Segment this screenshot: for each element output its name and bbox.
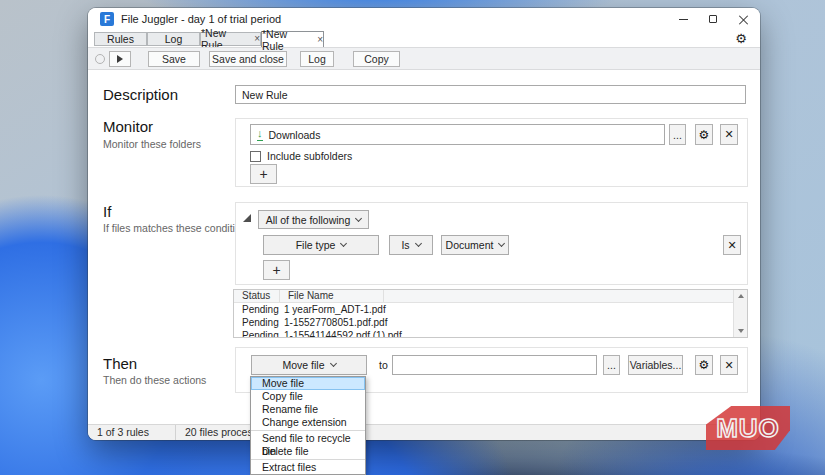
menu-item-delete-file[interactable]: Delete file	[251, 445, 365, 458]
tab-log[interactable]: Log	[147, 32, 200, 46]
monitor-settings-button[interactable]: ⚙	[695, 124, 713, 145]
tab-label: Log	[165, 33, 183, 45]
then-subtitle: Then do these actions	[103, 374, 206, 386]
file-name: 1-15541144592.pdf (1).pdf	[280, 329, 402, 338]
then-title: Then	[103, 355, 137, 372]
match-mode-value: All of the following	[266, 214, 351, 226]
file-row[interactable]: Pending 1 yearForm_ADT-1.pdf	[234, 303, 735, 316]
rule-status-indicator-icon	[95, 54, 105, 64]
tab-new-rule-1[interactable]: *New Rule ×	[200, 32, 261, 46]
menu-item-send-to-recycle-bin[interactable]: Send file to recycle bin	[251, 432, 365, 445]
add-condition-button[interactable]: +	[263, 260, 290, 280]
file-status: Pending	[234, 329, 280, 338]
column-header-status[interactable]: Status	[234, 290, 280, 302]
destination-browse-button[interactable]: ...	[603, 355, 620, 375]
menu-item-change-extension[interactable]: Change extension	[251, 416, 365, 429]
destination-input[interactable]	[392, 355, 597, 375]
action-select[interactable]: Move file	[251, 355, 367, 375]
action-dropdown-menu: Move file Copy file Rename file Change e…	[250, 376, 366, 475]
condition-field-select[interactable]: File type	[263, 235, 379, 255]
condition-value: Document	[446, 239, 494, 251]
screen: F File Juggler - day 1 of trial period R…	[0, 0, 825, 475]
chevron-down-icon	[355, 214, 362, 221]
minimize-button[interactable]	[670, 8, 696, 30]
rule-editor: Description Monitor Monitor these folder…	[88, 70, 760, 424]
remove-icon: ✕	[724, 128, 733, 141]
maximize-icon	[709, 15, 717, 23]
gear-icon: ⚙	[699, 359, 710, 371]
description-input[interactable]	[235, 85, 746, 104]
monitor-browse-button[interactable]: ...	[669, 124, 686, 145]
action-remove-button[interactable]: ✕	[720, 355, 738, 375]
status-rules-enabled: 1 of 3 rules enabled	[88, 425, 176, 440]
status-bar: 1 of 3 rules enabled 20 files processed	[88, 424, 760, 440]
condition-operator-select[interactable]: Is	[389, 235, 433, 255]
scroll-down-icon[interactable]	[738, 329, 744, 333]
chevron-down-icon	[415, 240, 422, 247]
menu-item-copy-file[interactable]: Copy file	[251, 390, 365, 403]
menu-item-rename-file[interactable]: Rename file	[251, 403, 365, 416]
file-list-scrollbar[interactable]	[733, 290, 747, 337]
tab-bar: Rules Log *New Rule × *New Rule × ⚙	[88, 30, 760, 47]
tab-close-icon[interactable]: ×	[254, 34, 260, 44]
if-subtitle: If files matches these conditions	[103, 222, 252, 234]
scroll-up-icon[interactable]	[738, 294, 744, 298]
action-value: Move file	[282, 359, 324, 371]
condition-remove-button[interactable]: ✕	[723, 235, 741, 255]
file-row[interactable]: Pending 1-15541144592.pdf (1).pdf	[234, 329, 735, 338]
file-juggler-window: F File Juggler - day 1 of trial period R…	[88, 8, 760, 440]
save-button[interactable]: Save	[148, 51, 200, 67]
file-name: 1 yearForm_ADT-1.pdf	[280, 303, 386, 316]
column-header-file-name[interactable]: File Name	[280, 290, 384, 302]
action-settings-button[interactable]: ⚙	[695, 355, 713, 375]
monitor-group: ↓ Downloads ... ⚙ ✕ Include subfolders +	[235, 118, 748, 187]
settings-gear-icon[interactable]: ⚙	[732, 31, 750, 46]
app-icon: F	[100, 12, 114, 26]
monitor-folder-input[interactable]: ↓ Downloads	[250, 124, 665, 145]
minimize-icon	[679, 19, 688, 20]
menu-item-move-file[interactable]: Move file	[251, 377, 365, 390]
matched-files-list: Status File Name Pending 1 yearForm_ADT-…	[233, 289, 748, 338]
monitor-subtitle: Monitor these folders	[103, 138, 201, 150]
tab-close-icon[interactable]: ×	[317, 35, 323, 45]
menu-separator	[251, 430, 365, 431]
log-button[interactable]: Log	[300, 51, 334, 67]
tab-label: *New Rule	[262, 28, 310, 52]
remove-icon: ✕	[724, 359, 733, 372]
monitor-remove-button[interactable]: ✕	[720, 124, 738, 145]
condition-field-value: File type	[296, 239, 336, 251]
run-button[interactable]	[109, 51, 131, 67]
condition-value-select[interactable]: Document	[441, 235, 509, 255]
file-name: 1-15527708051.pdf.pdf	[280, 316, 387, 329]
remove-icon: ✕	[727, 239, 736, 252]
play-icon	[117, 55, 123, 63]
if-title: If	[103, 203, 111, 220]
condition-operator-value: Is	[401, 239, 409, 251]
tab-rules[interactable]: Rules	[94, 32, 147, 46]
description-title: Description	[103, 86, 178, 103]
title-bar: F File Juggler - day 1 of trial period	[88, 8, 760, 30]
muo-watermark-text: MUO	[716, 413, 780, 444]
chevron-down-icon	[498, 240, 505, 247]
chevron-down-icon	[329, 360, 336, 367]
add-folder-button[interactable]: +	[250, 164, 277, 184]
include-subfolders-row[interactable]: Include subfolders	[250, 150, 352, 162]
maximize-button[interactable]	[700, 8, 726, 30]
tab-label: Rules	[107, 33, 134, 45]
save-and-close-button[interactable]: Save and close	[209, 51, 287, 67]
menu-item-extract-files[interactable]: Extract files	[251, 461, 365, 474]
close-button[interactable]	[730, 8, 756, 30]
file-row[interactable]: Pending 1-15527708051.pdf.pdf	[234, 316, 735, 329]
file-list-header: Status File Name	[234, 290, 735, 303]
toolbar: Save Save and close Log Copy	[88, 47, 760, 70]
tab-new-rule-2[interactable]: *New Rule ×	[261, 31, 324, 47]
include-subfolders-checkbox[interactable]	[250, 151, 261, 162]
match-mode-select[interactable]: All of the following	[258, 210, 369, 229]
copy-button[interactable]: Copy	[353, 51, 400, 67]
downloads-folder-icon: ↓	[257, 128, 263, 141]
chevron-down-icon	[340, 240, 347, 247]
variables-button[interactable]: Variables...	[628, 355, 683, 375]
monitor-folder-value: Downloads	[269, 129, 321, 141]
collapse-expander-icon[interactable]	[243, 214, 251, 222]
if-group: All of the following File type Is Docume…	[235, 202, 748, 285]
